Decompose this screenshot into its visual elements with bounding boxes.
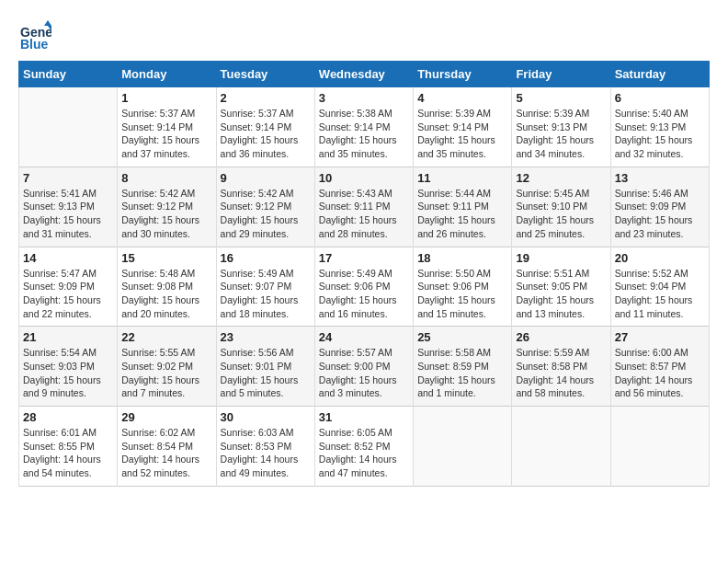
calendar-cell: 2Sunrise: 5:37 AM Sunset: 9:14 PM Daylig…: [216, 87, 314, 167]
calendar-cell: 24Sunrise: 5:57 AM Sunset: 9:00 PM Dayli…: [314, 327, 413, 407]
col-header-wednesday: Wednesday: [314, 62, 413, 87]
logo-icon: General Blue: [18, 18, 51, 52]
day-number: 23: [221, 330, 311, 344]
day-number: 17: [319, 251, 409, 265]
cell-info: Sunrise: 5:58 AM Sunset: 8:59 PM Dayligh…: [417, 346, 507, 400]
day-number: 25: [417, 330, 507, 344]
cell-info: Sunrise: 5:57 AM Sunset: 9:00 PM Dayligh…: [319, 346, 409, 400]
day-number: 24: [319, 330, 409, 344]
page-header: General Blue: [18, 18, 710, 52]
calendar-cell: 18Sunrise: 5:50 AM Sunset: 9:06 PM Dayli…: [414, 247, 512, 327]
calendar-cell: [610, 407, 709, 487]
calendar-cell: 8Sunrise: 5:42 AM Sunset: 9:12 PM Daylig…: [118, 167, 216, 247]
day-number: 1: [121, 91, 211, 105]
cell-info: Sunrise: 5:49 AM Sunset: 9:06 PM Dayligh…: [319, 267, 409, 321]
calendar-cell: 31Sunrise: 6:05 AM Sunset: 8:52 PM Dayli…: [314, 407, 413, 487]
cell-info: Sunrise: 5:50 AM Sunset: 9:06 PM Dayligh…: [417, 267, 507, 321]
calendar-cell: 16Sunrise: 5:49 AM Sunset: 9:07 PM Dayli…: [216, 247, 314, 327]
day-number: 19: [516, 251, 606, 265]
calendar-week-row: 1Sunrise: 5:37 AM Sunset: 9:14 PM Daylig…: [19, 87, 710, 167]
calendar-cell: 1Sunrise: 5:37 AM Sunset: 9:14 PM Daylig…: [118, 87, 216, 167]
day-number: 14: [23, 251, 113, 265]
calendar-cell: 6Sunrise: 5:40 AM Sunset: 9:13 PM Daylig…: [610, 87, 709, 167]
cell-info: Sunrise: 6:01 AM Sunset: 8:55 PM Dayligh…: [23, 426, 113, 480]
calendar-cell: 13Sunrise: 5:46 AM Sunset: 9:09 PM Dayli…: [610, 167, 709, 247]
day-number: 16: [221, 251, 311, 265]
day-number: 28: [23, 410, 113, 424]
calendar-cell: 3Sunrise: 5:38 AM Sunset: 9:14 PM Daylig…: [314, 87, 413, 167]
cell-info: Sunrise: 5:39 AM Sunset: 9:14 PM Dayligh…: [417, 107, 507, 161]
calendar-cell: 20Sunrise: 5:52 AM Sunset: 9:04 PM Dayli…: [610, 247, 709, 327]
calendar-cell: 17Sunrise: 5:49 AM Sunset: 9:06 PM Dayli…: [314, 247, 413, 327]
day-number: 21: [23, 330, 113, 344]
day-number: 27: [615, 330, 705, 344]
calendar-week-row: 21Sunrise: 5:54 AM Sunset: 9:03 PM Dayli…: [19, 327, 710, 407]
day-number: 12: [516, 171, 606, 185]
cell-info: Sunrise: 5:41 AM Sunset: 9:13 PM Dayligh…: [23, 187, 113, 241]
col-header-saturday: Saturday: [610, 62, 709, 87]
col-header-thursday: Thursday: [414, 62, 512, 87]
cell-info: Sunrise: 5:59 AM Sunset: 8:58 PM Dayligh…: [516, 346, 606, 400]
col-header-friday: Friday: [512, 62, 610, 87]
logo: General Blue: [18, 18, 55, 52]
calendar-cell: 5Sunrise: 5:39 AM Sunset: 9:13 PM Daylig…: [512, 87, 610, 167]
calendar-week-row: 7Sunrise: 5:41 AM Sunset: 9:13 PM Daylig…: [19, 167, 710, 247]
svg-text:Blue: Blue: [20, 37, 49, 52]
calendar-cell: 25Sunrise: 5:58 AM Sunset: 8:59 PM Dayli…: [414, 327, 512, 407]
calendar-cell: 4Sunrise: 5:39 AM Sunset: 9:14 PM Daylig…: [414, 87, 512, 167]
calendar-week-row: 28Sunrise: 6:01 AM Sunset: 8:55 PM Dayli…: [19, 407, 710, 487]
cell-info: Sunrise: 5:49 AM Sunset: 9:07 PM Dayligh…: [221, 267, 311, 321]
day-number: 3: [319, 91, 409, 105]
col-header-sunday: Sunday: [19, 62, 118, 87]
day-number: 5: [516, 91, 606, 105]
calendar-cell: 29Sunrise: 6:02 AM Sunset: 8:54 PM Dayli…: [118, 407, 216, 487]
cell-info: Sunrise: 6:02 AM Sunset: 8:54 PM Dayligh…: [121, 426, 211, 480]
cell-info: Sunrise: 6:05 AM Sunset: 8:52 PM Dayligh…: [319, 426, 409, 480]
day-number: 29: [121, 410, 211, 424]
day-number: 8: [121, 171, 211, 185]
calendar-cell: 9Sunrise: 5:42 AM Sunset: 9:12 PM Daylig…: [216, 167, 314, 247]
cell-info: Sunrise: 5:37 AM Sunset: 9:14 PM Dayligh…: [221, 107, 311, 161]
svg-marker-2: [44, 20, 51, 26]
calendar-header-row: SundayMondayTuesdayWednesdayThursdayFrid…: [19, 62, 710, 87]
calendar-cell: 23Sunrise: 5:56 AM Sunset: 9:01 PM Dayli…: [216, 327, 314, 407]
calendar-cell: 12Sunrise: 5:45 AM Sunset: 9:10 PM Dayli…: [512, 167, 610, 247]
calendar-cell: 10Sunrise: 5:43 AM Sunset: 9:11 PM Dayli…: [314, 167, 413, 247]
day-number: 15: [121, 251, 211, 265]
calendar-cell: 30Sunrise: 6:03 AM Sunset: 8:53 PM Dayli…: [216, 407, 314, 487]
calendar-cell: 7Sunrise: 5:41 AM Sunset: 9:13 PM Daylig…: [19, 167, 118, 247]
cell-info: Sunrise: 5:55 AM Sunset: 9:02 PM Dayligh…: [121, 346, 211, 400]
cell-info: Sunrise: 5:51 AM Sunset: 9:05 PM Dayligh…: [516, 267, 606, 321]
cell-info: Sunrise: 5:42 AM Sunset: 9:12 PM Dayligh…: [221, 187, 311, 241]
day-number: 6: [615, 91, 705, 105]
cell-info: Sunrise: 5:54 AM Sunset: 9:03 PM Dayligh…: [23, 346, 113, 400]
calendar-cell: 22Sunrise: 5:55 AM Sunset: 9:02 PM Dayli…: [118, 327, 216, 407]
cell-info: Sunrise: 5:47 AM Sunset: 9:09 PM Dayligh…: [23, 267, 113, 321]
day-number: 9: [221, 171, 311, 185]
cell-info: Sunrise: 5:39 AM Sunset: 9:13 PM Dayligh…: [516, 107, 606, 161]
day-number: 13: [615, 171, 705, 185]
day-number: 2: [221, 91, 311, 105]
calendar-cell: 26Sunrise: 5:59 AM Sunset: 8:58 PM Dayli…: [512, 327, 610, 407]
calendar-cell: 11Sunrise: 5:44 AM Sunset: 9:11 PM Dayli…: [414, 167, 512, 247]
calendar-week-row: 14Sunrise: 5:47 AM Sunset: 9:09 PM Dayli…: [19, 247, 710, 327]
cell-info: Sunrise: 6:03 AM Sunset: 8:53 PM Dayligh…: [221, 426, 311, 480]
day-number: 20: [615, 251, 705, 265]
cell-info: Sunrise: 6:00 AM Sunset: 8:57 PM Dayligh…: [615, 346, 705, 400]
cell-info: Sunrise: 5:56 AM Sunset: 9:01 PM Dayligh…: [221, 346, 311, 400]
cell-info: Sunrise: 5:45 AM Sunset: 9:10 PM Dayligh…: [516, 187, 606, 241]
cell-info: Sunrise: 5:46 AM Sunset: 9:09 PM Dayligh…: [615, 187, 705, 241]
cell-info: Sunrise: 5:42 AM Sunset: 9:12 PM Dayligh…: [121, 187, 211, 241]
calendar-cell: [414, 407, 512, 487]
cell-info: Sunrise: 5:52 AM Sunset: 9:04 PM Dayligh…: [615, 267, 705, 321]
day-number: 18: [417, 251, 507, 265]
cell-info: Sunrise: 5:37 AM Sunset: 9:14 PM Dayligh…: [121, 107, 211, 161]
calendar-cell: 28Sunrise: 6:01 AM Sunset: 8:55 PM Dayli…: [19, 407, 118, 487]
col-header-tuesday: Tuesday: [216, 62, 314, 87]
day-number: 4: [417, 91, 507, 105]
day-number: 22: [121, 330, 211, 344]
calendar-cell: 21Sunrise: 5:54 AM Sunset: 9:03 PM Dayli…: [19, 327, 118, 407]
day-number: 10: [319, 171, 409, 185]
day-number: 30: [221, 410, 311, 424]
cell-info: Sunrise: 5:48 AM Sunset: 9:08 PM Dayligh…: [121, 267, 211, 321]
